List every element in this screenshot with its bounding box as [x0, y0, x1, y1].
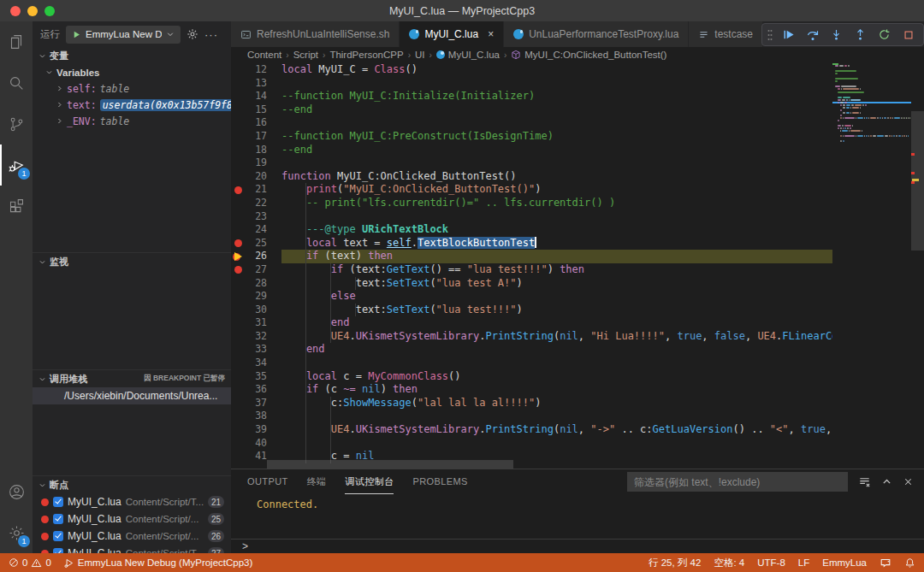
activity-bar-item-explorer[interactable] [0, 21, 33, 62]
breakpoint-glyph[interactable] [231, 183, 246, 197]
activity-bar-item-source-control[interactable] [0, 103, 33, 144]
debug-console-filter-input[interactable] [627, 472, 848, 492]
code-line-15[interactable]: 15--end [231, 103, 832, 117]
code-line-40[interactable]: 40 [231, 437, 832, 451]
code-line-31[interactable]: 31end [231, 316, 832, 330]
debug-continue-button[interactable] [778, 25, 799, 44]
debug-step-out-button[interactable] [850, 25, 871, 44]
code-line-30[interactable]: 30text:SetText("lua test!!!") [231, 304, 832, 317]
breakpoint-row[interactable]: MyUI_C.luaContent/Script/...25 [33, 510, 231, 528]
minimap[interactable] [832, 62, 911, 469]
variable-row[interactable]: self:table [33, 80, 231, 97]
current-statement-glyph[interactable] [231, 250, 246, 263]
debug-restart-button[interactable] [874, 25, 895, 44]
code-line-28[interactable]: 28text:SetText("lua test A!") [231, 277, 832, 291]
code-line-39[interactable]: 39UE4.UKismetSystemLibrary.PrintString(n… [231, 423, 832, 437]
breakpoint-row[interactable]: MyUI_C.luaContent/Script/T...27 [33, 545, 231, 553]
code-line-18[interactable]: 18--end [231, 144, 832, 157]
code-line-36[interactable]: 36if (c ~= nil) then [231, 383, 832, 397]
clear-console-icon[interactable] [858, 475, 871, 488]
indentation-status[interactable]: 空格: 4 [714, 557, 744, 569]
encoding-status[interactable]: UTF-8 [757, 557, 785, 568]
breakpoint-row[interactable]: MyUI_C.luaContent/Script/...26 [33, 528, 231, 545]
toolbar-drag-handle-icon[interactable] [767, 28, 773, 42]
code-line-27[interactable]: 27if (text:GetText() == "lua test!!!") t… [231, 263, 832, 277]
breadcrumb-item[interactable]: ThirdPersonCPP [329, 50, 403, 60]
close-window-button[interactable] [10, 6, 21, 16]
panel-tab-problems[interactable]: PROBLEMS [412, 469, 467, 494]
close-tab-icon[interactable]: × [488, 29, 494, 39]
code-line-14[interactable]: 14--function MyUI_C:Initialize(Initializ… [231, 90, 832, 103]
debug-stop-button[interactable] [897, 25, 919, 44]
breadcrumb-item[interactable]: MyUI_C.lua [436, 50, 500, 60]
horizontal-scrollbar[interactable] [267, 460, 832, 469]
start-debug-icon[interactable] [72, 30, 81, 39]
debug-console-input[interactable]: > [231, 539, 924, 553]
code-line-32[interactable]: 32UE4.UKismetSystemLibrary.PrintString(n… [231, 330, 832, 344]
code-editor[interactable]: 12local MyUI_C = Class()1314--function M… [231, 62, 924, 469]
code-line-20[interactable]: 20function MyUI_C:OnClicked_ButtonTest() [231, 170, 832, 184]
code-line-19[interactable]: 19 [231, 156, 832, 170]
breakpoints-section-header[interactable]: 断点 [33, 476, 231, 493]
breakpoint-checkbox[interactable] [53, 514, 63, 524]
debug-step-over-button[interactable] [802, 25, 823, 44]
problems-status[interactable]: 0 0 [9, 557, 51, 569]
debug-step-into-button[interactable] [826, 25, 847, 44]
activity-bar-item-extensions[interactable] [0, 186, 33, 227]
activity-bar-item-search[interactable] [0, 62, 33, 103]
breakpoint-checkbox[interactable] [53, 497, 63, 507]
breakpoint-checkbox[interactable] [53, 531, 63, 541]
code-line-35[interactable]: 35local c = MyCommonClass() [231, 370, 832, 384]
breakpoint-checkbox[interactable] [53, 548, 63, 553]
close-panel-icon[interactable] [903, 476, 914, 487]
breakpoint-glyph[interactable] [231, 237, 246, 251]
editor-tab-unluaperformancetestproxy-lua[interactable]: UnLuaPerformanceTestProxy.lua [504, 21, 689, 47]
maximize-panel-icon[interactable] [881, 476, 892, 487]
eol-status[interactable]: LF [798, 557, 809, 568]
code-line-12[interactable]: 12local MyUI_C = Class() [231, 63, 832, 77]
variable-row[interactable]: _ENV:table [33, 113, 231, 129]
callstack-frame[interactable]: /Users/xiebin/Documents/Unrea... [33, 387, 231, 404]
vertical-scrollbar[interactable] [911, 62, 924, 469]
editor-tab-myui-c-lua[interactable]: MyUI_C.lua× [400, 21, 504, 47]
breadcrumb-item[interactable]: UI [415, 50, 425, 60]
language-mode[interactable]: EmmyLua [822, 557, 867, 568]
debug-config-dropdown[interactable]: EmmyLua New De [66, 26, 181, 44]
code-line-26[interactable]: 26if (text) then [231, 250, 832, 263]
code-line-17[interactable]: 17--function MyUI_C:PreConstruct(IsDesig… [231, 130, 832, 144]
breadcrumb-item[interactable]: Script [293, 50, 318, 60]
debug-session-status[interactable]: EmmyLua New Debug (MyProjectCpp3) [63, 557, 253, 569]
activity-bar-item-account[interactable] [0, 471, 33, 512]
watch-section-header[interactable]: 监视 [33, 253, 231, 270]
code-line-21[interactable]: 21print("MyUI_C:OnClicked_ButtonTest()") [231, 183, 832, 197]
code-line-13[interactable]: 13 [231, 77, 832, 91]
feedback-icon[interactable] [880, 557, 891, 569]
activity-bar-item-settings[interactable]: 1 [0, 512, 33, 553]
notifications-bell-icon[interactable] [904, 557, 915, 569]
code-line-16[interactable]: 16 [231, 116, 832, 130]
panel-tab-output[interactable]: OUTPUT [247, 469, 288, 494]
code-line-29[interactable]: 29else [231, 290, 832, 304]
code-line-25[interactable]: 25local text = self.TextBlockButtonTest [231, 237, 832, 251]
variables-section-header[interactable]: 变量 [33, 47, 231, 64]
panel-tab-调试控制台[interactable]: 调试控制台 [345, 469, 394, 494]
code-line-24[interactable]: 24---@type URichTextBlock [231, 223, 832, 237]
more-actions-button[interactable]: ··· [204, 28, 218, 41]
editor-tab-testcase[interactable]: testcase [689, 21, 763, 47]
code-line-23[interactable]: 23 [231, 210, 832, 224]
zoom-window-button[interactable] [44, 6, 55, 16]
breakpoint-row[interactable]: MyUI_C.luaContent/Script/T...21 [33, 493, 231, 510]
editor-tab-refreshunluaintellisense-sh[interactable]: RefreshUnLuaIntelliSense.sh [231, 21, 400, 47]
breadcrumb-item[interactable]: MyUI_C:OnClicked_ButtonTest() [511, 50, 666, 60]
code-line-37[interactable]: 37c:ShowMessage("lal lal la al!!!!") [231, 397, 832, 410]
code-line-38[interactable]: 38 [231, 410, 832, 423]
breakpoint-glyph[interactable] [231, 263, 246, 277]
code-line-33[interactable]: 33end [231, 343, 832, 357]
code-line-22[interactable]: 22-- print("lfs.currentdir()=" .. lfs.cu… [231, 197, 832, 210]
code-line-34[interactable]: 34 [231, 357, 832, 370]
panel-tab-终端[interactable]: 终端 [307, 469, 327, 494]
activity-bar-item-run-and-debug[interactable]: 1 [0, 144, 33, 186]
variable-row[interactable]: text:userdata(0x0x13b57f9f8) [33, 97, 231, 113]
gear-icon[interactable] [187, 28, 198, 40]
variables-scope-row[interactable]: Variables [33, 64, 231, 80]
